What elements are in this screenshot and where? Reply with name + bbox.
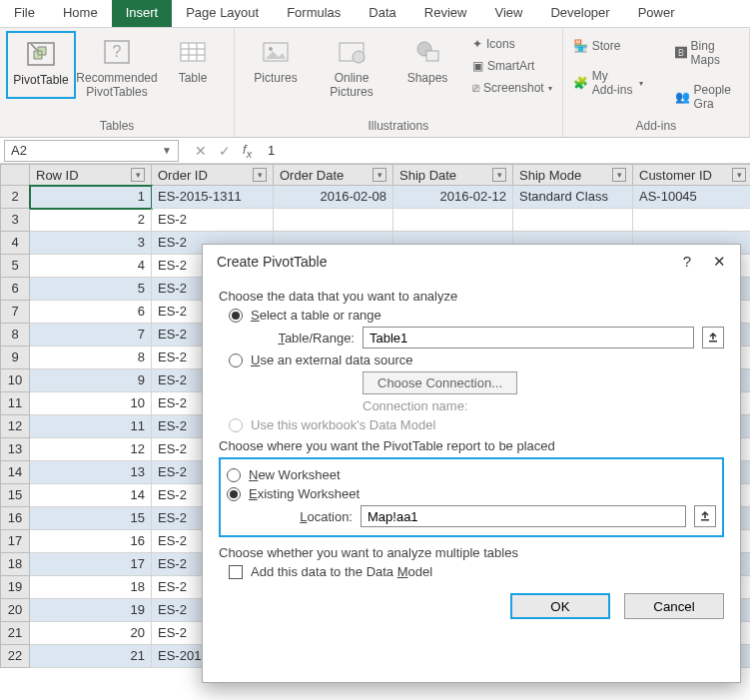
store-button[interactable]: 🏪Store xyxy=(569,37,647,55)
bing-maps-button[interactable]: 🅱Bing Maps xyxy=(671,37,743,69)
cell[interactable]: 2016-02-12 xyxy=(393,186,513,209)
cell[interactable]: 2 xyxy=(30,209,152,232)
my-addins-button[interactable]: 🧩My Add-ins ▾ xyxy=(569,67,647,99)
cell[interactable]: 6 xyxy=(30,301,152,324)
tab-review[interactable]: Review xyxy=(410,0,481,27)
option-select-table[interactable]: Select a table or range xyxy=(229,308,724,323)
row-header[interactable]: 15 xyxy=(0,484,30,507)
row-header[interactable]: 14 xyxy=(0,461,30,484)
cell[interactable] xyxy=(393,209,513,232)
row-header[interactable]: 10 xyxy=(0,369,30,392)
tab-page-layout[interactable]: Page Layout xyxy=(172,0,273,27)
tab-file[interactable]: File xyxy=(0,0,49,27)
cell[interactable] xyxy=(274,209,393,232)
row-header[interactable]: 9 xyxy=(0,347,30,369)
filter-dropdown-icon[interactable]: ▾ xyxy=(253,168,267,182)
row-header[interactable]: 21 xyxy=(0,622,30,645)
column-header[interactable]: Ship Date▾ xyxy=(393,164,513,186)
cell[interactable]: 10 xyxy=(30,392,152,415)
cell[interactable]: 2016-02-08 xyxy=(274,186,393,209)
radio-external-source[interactable] xyxy=(229,353,243,367)
cell[interactable]: 16 xyxy=(30,530,152,553)
row-header[interactable]: 3 xyxy=(0,209,30,232)
cancel-button[interactable]: Cancel xyxy=(624,593,724,619)
tab-formulas[interactable]: Formulas xyxy=(273,0,355,27)
cell[interactable]: 15 xyxy=(30,507,152,530)
row-header[interactable]: 19 xyxy=(0,576,30,599)
cell[interactable]: 20 xyxy=(30,622,152,645)
cell[interactable]: 9 xyxy=(30,369,152,392)
cancel-formula-icon[interactable]: ✕ xyxy=(193,143,209,159)
row-header[interactable]: 16 xyxy=(0,507,30,530)
cell[interactable] xyxy=(513,209,633,232)
enter-formula-icon[interactable]: ✓ xyxy=(217,143,233,159)
tab-power[interactable]: Power xyxy=(624,0,689,27)
row-header[interactable]: 5 xyxy=(0,255,30,278)
table-button[interactable]: Table xyxy=(158,31,228,99)
row-header[interactable]: 2 xyxy=(0,186,30,209)
row-header[interactable]: 8 xyxy=(0,324,30,347)
location-input[interactable] xyxy=(361,505,686,527)
radio-new-worksheet[interactable] xyxy=(227,468,241,482)
row-header[interactable]: 17 xyxy=(0,530,30,553)
smartart-button[interactable]: ▣SmartArt xyxy=(468,57,556,75)
radio-select-table[interactable] xyxy=(229,309,243,323)
cell[interactable]: 1 xyxy=(30,186,152,209)
option-external-source[interactable]: Use an external data source xyxy=(229,352,724,367)
tab-data[interactable]: Data xyxy=(355,0,409,27)
cell[interactable]: 12 xyxy=(30,438,152,461)
formula-input[interactable] xyxy=(262,141,750,160)
name-box-dropdown-icon[interactable]: ▼ xyxy=(162,145,172,156)
row-header[interactable]: 18 xyxy=(0,553,30,576)
option-existing-worksheet[interactable]: Existing Worksheet xyxy=(227,486,716,501)
people-graph-button[interactable]: 👥People Gra xyxy=(671,81,743,113)
cell[interactable] xyxy=(633,209,750,232)
table-range-input[interactable] xyxy=(363,327,694,349)
option-add-data-model[interactable]: Add this data to the Data Model xyxy=(229,564,724,579)
column-header[interactable]: Row ID▾ xyxy=(30,164,152,186)
row-header[interactable]: 20 xyxy=(0,599,30,622)
column-header[interactable]: Ship Mode▾ xyxy=(513,164,633,186)
row-header[interactable]: 7 xyxy=(0,301,30,324)
dialog-help-button[interactable]: ? xyxy=(683,253,691,271)
cell[interactable]: 8 xyxy=(30,347,152,369)
option-new-worksheet[interactable]: New Worksheet xyxy=(227,467,716,482)
cell[interactable]: ES-2015-1311 xyxy=(152,186,274,209)
filter-dropdown-icon[interactable]: ▾ xyxy=(732,168,746,182)
cell[interactable]: AS-10045 xyxy=(633,186,750,209)
cell[interactable]: ES-2 xyxy=(152,209,274,232)
tab-home[interactable]: Home xyxy=(49,0,112,27)
cell[interactable]: 5 xyxy=(30,278,152,301)
row-header[interactable]: 13 xyxy=(0,438,30,461)
column-header[interactable]: Order Date▾ xyxy=(274,164,393,186)
column-header[interactable]: Order ID▾ xyxy=(152,164,274,186)
cell[interactable]: 3 xyxy=(30,232,152,255)
cell[interactable]: 21 xyxy=(30,645,152,668)
pivottable-button[interactable]: PivotTable xyxy=(6,31,76,99)
select-all-corner[interactable] xyxy=(0,164,30,186)
row-header[interactable]: 4 xyxy=(0,232,30,255)
row-header[interactable]: 12 xyxy=(0,415,30,438)
row-header[interactable]: 11 xyxy=(0,392,30,415)
row-header[interactable]: 6 xyxy=(0,278,30,301)
online-pictures-button[interactable]: Online Pictures xyxy=(317,31,386,99)
filter-dropdown-icon[interactable]: ▾ xyxy=(612,168,626,182)
location-picker[interactable] xyxy=(694,505,716,527)
shapes-button[interactable]: Shapes xyxy=(392,31,462,99)
cell[interactable]: 14 xyxy=(30,484,152,507)
icons-button[interactable]: ✦Icons xyxy=(468,35,556,53)
tab-developer[interactable]: Developer xyxy=(536,0,623,27)
dialog-close-button[interactable]: ✕ xyxy=(713,253,726,271)
name-box[interactable]: A2 ▼ xyxy=(4,140,179,162)
fx-icon[interactable]: fx xyxy=(243,142,262,160)
filter-dropdown-icon[interactable]: ▾ xyxy=(492,168,506,182)
cell[interactable]: 4 xyxy=(30,255,152,278)
screenshot-button[interactable]: ⎚Screenshot ▾ xyxy=(468,79,556,97)
filter-dropdown-icon[interactable]: ▾ xyxy=(131,168,145,182)
ok-button[interactable]: OK xyxy=(510,593,610,619)
cell[interactable]: 18 xyxy=(30,576,152,599)
filter-dropdown-icon[interactable]: ▾ xyxy=(373,168,386,182)
cell[interactable]: Standard Class xyxy=(513,186,633,209)
column-header[interactable]: Customer ID▾ xyxy=(633,164,750,186)
table-range-picker[interactable] xyxy=(702,327,724,349)
